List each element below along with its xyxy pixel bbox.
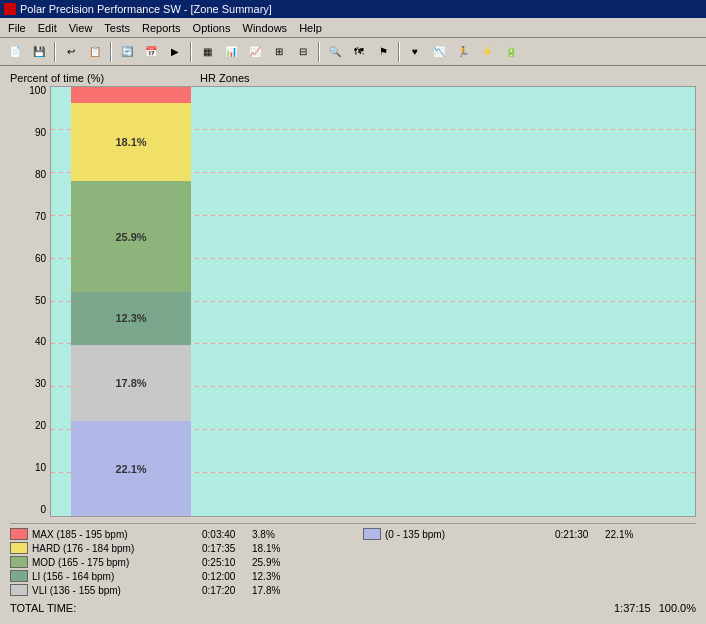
y-tick-50: 50 — [10, 296, 50, 306]
power-btn[interactable]: 🔋 — [500, 41, 522, 63]
legend-color-max — [10, 528, 28, 540]
bar-wrapper: 22.1%17.8%12.3%25.9%18.1% — [71, 87, 191, 516]
legend-label-mod: MOD (165 - 175 bpm) — [32, 557, 202, 568]
total-time: 1:37:15 — [614, 602, 651, 614]
menu-item-windows[interactable]: Windows — [237, 20, 294, 36]
chart-container: Percent of time (%) HR Zones 01020304050… — [10, 72, 696, 618]
legend-time-mod: 0:25:10 — [202, 557, 252, 568]
menu-item-view[interactable]: View — [63, 20, 99, 36]
legend-color-zero — [363, 528, 381, 540]
total-label: TOTAL TIME: — [10, 602, 76, 614]
total-pct: 100.0% — [659, 602, 696, 614]
legend-item-mod: MOD (165 - 175 bpm)0:25:1025.9% — [10, 556, 343, 568]
legend-color-li — [10, 570, 28, 582]
chart-header: Percent of time (%) HR Zones — [10, 72, 696, 84]
stats-btn[interactable]: 📉 — [428, 41, 450, 63]
legend-item-max: MAX (185 - 195 bpm)0:03:403.8% — [10, 528, 343, 540]
title-text: Polar Precision Performance SW - [Zone S… — [20, 3, 272, 15]
chart-title: HR Zones — [200, 72, 250, 84]
main-content: Percent of time (%) HR Zones 01020304050… — [0, 66, 706, 624]
new-btn[interactable]: 📄 — [4, 41, 26, 63]
toolbar-sep-2 — [110, 42, 112, 62]
menu-item-tests[interactable]: Tests — [98, 20, 136, 36]
copy-btn[interactable]: 📋 — [84, 41, 106, 63]
zone-btn[interactable]: 🏃 — [452, 41, 474, 63]
legend-color-mod — [10, 556, 28, 568]
chart-btn[interactable]: ▦ — [196, 41, 218, 63]
y-tick-90: 90 — [10, 128, 50, 138]
legend-time-hard: 0:17:35 — [202, 543, 252, 554]
arrow-btn[interactable]: ▶ — [164, 41, 186, 63]
y-axis: 0102030405060708090100 — [10, 86, 50, 517]
y-tick-0: 0 — [10, 505, 50, 515]
bar-btn[interactable]: 📊 — [220, 41, 242, 63]
y-tick-40: 40 — [10, 337, 50, 347]
menu-item-reports[interactable]: Reports — [136, 20, 187, 36]
legend-pct-max: 3.8% — [252, 529, 292, 540]
bar-segment-max — [71, 87, 191, 103]
total-row: TOTAL TIME: 1:37:15 100.0% — [10, 602, 696, 614]
undo-btn[interactable]: ↩ — [60, 41, 82, 63]
legend-item-hard: HARD (176 - 184 bpm)0:17:3518.1% — [10, 542, 343, 554]
toolbar-sep-1 — [54, 42, 56, 62]
bar-segment-max2: 18.1% — [71, 103, 191, 181]
y-tick-100: 100 — [10, 86, 50, 96]
legend-color-vli — [10, 584, 28, 596]
y-axis-label: Percent of time (%) — [10, 72, 140, 84]
total-spacer — [76, 602, 614, 614]
y-tick-70: 70 — [10, 212, 50, 222]
menu-item-help[interactable]: Help — [293, 20, 328, 36]
bar-segment-mod: 12.3% — [71, 292, 191, 345]
calendar-btn[interactable]: 📅 — [140, 41, 162, 63]
plot-area: 22.1%17.8%12.3%25.9%18.1% — [50, 86, 696, 517]
y-tick-30: 30 — [10, 379, 50, 389]
grid-btn[interactable]: ⊞ — [268, 41, 290, 63]
refresh-btn[interactable]: 🔄 — [116, 41, 138, 63]
legend-item-vli: VLI (136 - 155 bpm)0:17:2017.8% — [10, 584, 343, 596]
y-tick-60: 60 — [10, 254, 50, 264]
speed-btn[interactable]: ⚡ — [476, 41, 498, 63]
line-btn[interactable]: 📈 — [244, 41, 266, 63]
hr-btn[interactable]: ♥ — [404, 41, 426, 63]
legend-pct-li: 12.3% — [252, 571, 292, 582]
legend-label-hard: HARD (176 - 184 bpm) — [32, 543, 202, 554]
y-tick-20: 20 — [10, 421, 50, 431]
save-btn[interactable]: 💾 — [28, 41, 50, 63]
app-icon — [4, 3, 16, 15]
toolbar-sep-4 — [318, 42, 320, 62]
legend-pct-vli: 17.8% — [252, 585, 292, 596]
menu-item-file[interactable]: File — [2, 20, 32, 36]
legend-label-li: LI (156 - 164 bpm) — [32, 571, 202, 582]
legend-label-vli: VLI (136 - 155 bpm) — [32, 585, 202, 596]
legend-item-li: LI (156 - 164 bpm)0:12:0012.3% — [10, 570, 343, 582]
toolbar-sep-3 — [190, 42, 192, 62]
menu-item-edit[interactable]: Edit — [32, 20, 63, 36]
title-bar: Polar Precision Performance SW - [Zone S… — [0, 0, 706, 18]
legend-time-zero: 0:21:30 — [555, 529, 605, 540]
legend-time-li: 0:12:00 — [202, 571, 252, 582]
legend-time-max: 0:03:40 — [202, 529, 252, 540]
legend-pct-mod: 25.9% — [252, 557, 292, 568]
legend-label-zero: (0 - 135 bpm) — [385, 529, 555, 540]
chart-body: 0102030405060708090100 22.1%17.8%12.3%25… — [10, 86, 696, 517]
bar-segment-hard: 25.9% — [71, 181, 191, 292]
table-btn[interactable]: ⊟ — [292, 41, 314, 63]
toolbar-sep-5 — [398, 42, 400, 62]
legend-cols: MAX (185 - 195 bpm)0:03:403.8%HARD (176 … — [10, 528, 696, 598]
y-tick-80: 80 — [10, 170, 50, 180]
legend-time-vli: 0:17:20 — [202, 585, 252, 596]
flag-btn[interactable]: ⚑ — [372, 41, 394, 63]
bar-segment-vli: 22.1% — [71, 421, 191, 516]
legend-area: MAX (185 - 195 bpm)0:03:403.8%HARD (176 … — [10, 523, 696, 618]
menu-bar: FileEditViewTestsReportsOptionsWindowsHe… — [0, 18, 706, 38]
toolbar: 📄 💾 ↩ 📋 🔄 📅 ▶ ▦ 📊 📈 ⊞ ⊟ 🔍 🗺 ⚑ ♥ 📉 🏃 ⚡ 🔋 — [0, 38, 706, 66]
legend-pct-hard: 18.1% — [252, 543, 292, 554]
zoom-btn[interactable]: 🔍 — [324, 41, 346, 63]
y-tick-10: 10 — [10, 463, 50, 473]
legend-pct-zero: 22.1% — [605, 529, 645, 540]
legend-col-right: (0 - 135 bpm)0:21:3022.1% — [363, 528, 696, 598]
map-btn[interactable]: 🗺 — [348, 41, 370, 63]
legend-label-max: MAX (185 - 195 bpm) — [32, 529, 202, 540]
legend-color-hard — [10, 542, 28, 554]
menu-item-options[interactable]: Options — [187, 20, 237, 36]
